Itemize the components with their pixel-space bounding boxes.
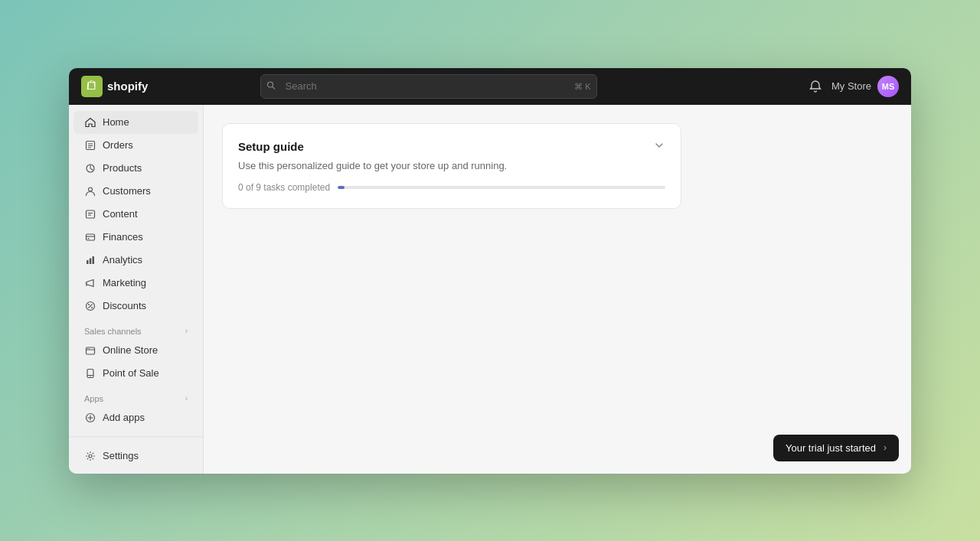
customers-icon bbox=[84, 185, 96, 197]
setup-guide-title: Setup guide bbox=[238, 140, 304, 153]
svg-rect-12 bbox=[87, 234, 95, 240]
trial-banner-text: Your trial just started bbox=[786, 442, 876, 454]
search-shortcut: ⌘ K bbox=[574, 81, 590, 91]
sales-channels-label: Sales channels bbox=[84, 327, 142, 336]
sidebar-item-content-label: Content bbox=[103, 208, 138, 220]
shopify-bag-icon bbox=[81, 76, 103, 97]
sidebar-item-settings[interactable]: Settings bbox=[74, 445, 198, 468]
sidebar-item-online-store-label: Online Store bbox=[103, 344, 158, 356]
progress-fill bbox=[338, 186, 345, 189]
sales-channels-section[interactable]: Sales channels › bbox=[74, 318, 198, 339]
svg-rect-15 bbox=[87, 260, 89, 264]
search-icon bbox=[266, 80, 276, 92]
sidebar-item-add-apps[interactable]: Add apps bbox=[74, 406, 198, 429]
sidebar-bottom: Settings bbox=[69, 436, 203, 468]
svg-rect-16 bbox=[90, 258, 92, 264]
sales-channels-chevron-icon: › bbox=[185, 327, 188, 335]
finances-icon bbox=[84, 231, 96, 243]
orders-icon bbox=[84, 139, 96, 152]
main-layout: Home Orders bbox=[69, 105, 911, 474]
add-apps-icon bbox=[84, 412, 96, 424]
home-icon bbox=[84, 116, 96, 129]
svg-point-24 bbox=[87, 347, 88, 348]
logo-text: shopify bbox=[107, 80, 148, 93]
svg-point-8 bbox=[89, 187, 93, 191]
store-menu-button[interactable]: My Store MS bbox=[831, 76, 899, 97]
sidebar-item-analytics-label: Analytics bbox=[103, 254, 142, 266]
shopify-logo: shopify bbox=[81, 76, 148, 97]
svg-point-22 bbox=[91, 307, 93, 308]
svg-point-21 bbox=[88, 304, 90, 305]
svg-rect-14 bbox=[88, 238, 90, 240]
sidebar-item-customers-label: Customers bbox=[103, 185, 151, 197]
online-store-icon bbox=[84, 344, 96, 357]
sidebar-item-discounts-label: Discounts bbox=[103, 300, 146, 311]
svg-line-2 bbox=[272, 86, 274, 89]
svg-rect-17 bbox=[93, 256, 95, 264]
app-window: shopify ⌘ K My Store MS bbox=[69, 68, 911, 474]
search-input[interactable] bbox=[260, 74, 597, 99]
sidebar-item-online-store[interactable]: Online Store bbox=[74, 339, 198, 362]
notifications-button[interactable] bbox=[808, 80, 822, 93]
sidebar-item-orders-label: Orders bbox=[103, 139, 133, 151]
svg-point-32 bbox=[89, 455, 92, 458]
sidebar-item-pos[interactable]: Point of Sale bbox=[74, 362, 198, 385]
apps-chevron-icon: › bbox=[185, 394, 188, 402]
setup-guide-card: Setup guide Use this personalized guide … bbox=[222, 123, 681, 209]
sidebar-item-discounts[interactable]: Discounts bbox=[74, 295, 198, 318]
svg-rect-9 bbox=[87, 210, 95, 218]
setup-card-footer: 0 of 9 tasks completed bbox=[238, 182, 665, 193]
settings-icon bbox=[84, 450, 96, 462]
sidebar-item-marketing[interactable]: Marketing bbox=[74, 272, 198, 295]
trial-banner-chevron-icon: › bbox=[884, 442, 887, 453]
topbar-right: My Store MS bbox=[808, 76, 899, 97]
sidebar: Home Orders bbox=[69, 105, 204, 474]
sidebar-item-customers[interactable]: Customers bbox=[74, 180, 198, 203]
discounts-icon bbox=[84, 300, 96, 312]
products-icon bbox=[84, 162, 96, 174]
setup-card-header: Setup guide bbox=[238, 139, 665, 154]
sidebar-item-pos-label: Point of Sale bbox=[103, 367, 159, 379]
tasks-count: 0 of 9 tasks completed bbox=[238, 182, 330, 193]
svg-rect-0 bbox=[81, 76, 103, 97]
sidebar-item-orders[interactable]: Orders bbox=[74, 134, 198, 157]
content-icon bbox=[84, 208, 96, 220]
pos-icon bbox=[84, 367, 96, 380]
sidebar-item-settings-label: Settings bbox=[103, 450, 139, 461]
apps-label: Apps bbox=[84, 394, 103, 403]
store-name: My Store bbox=[831, 80, 871, 92]
trial-banner[interactable]: Your trial just started › bbox=[773, 435, 899, 461]
sidebar-item-finances-label: Finances bbox=[103, 231, 143, 243]
sidebar-item-products-label: Products bbox=[103, 162, 142, 174]
progress-bar bbox=[338, 186, 665, 189]
marketing-icon bbox=[84, 277, 96, 289]
sidebar-item-home[interactable]: Home bbox=[74, 111, 198, 134]
sidebar-item-marketing-label: Marketing bbox=[103, 277, 146, 288]
sidebar-item-content[interactable]: Content bbox=[74, 203, 198, 226]
svg-point-25 bbox=[89, 347, 90, 348]
apps-section[interactable]: Apps › bbox=[74, 385, 198, 406]
search-bar[interactable]: ⌘ K bbox=[260, 74, 597, 99]
sidebar-item-add-apps-label: Add apps bbox=[103, 412, 145, 423]
svg-point-28 bbox=[90, 376, 90, 376]
setup-guide-collapse-button[interactable] bbox=[653, 139, 665, 154]
avatar: MS bbox=[877, 76, 899, 97]
sidebar-item-products[interactable]: Products bbox=[74, 157, 198, 180]
sidebar-item-finances[interactable]: Finances bbox=[74, 226, 198, 249]
main-content: Setup guide Use this personalized guide … bbox=[204, 105, 911, 474]
topbar: shopify ⌘ K My Store MS bbox=[69, 68, 911, 105]
sidebar-item-home-label: Home bbox=[103, 116, 129, 128]
setup-guide-description: Use this personalized guide to get your … bbox=[238, 160, 665, 171]
sidebar-item-analytics[interactable]: Analytics bbox=[74, 249, 198, 272]
analytics-icon bbox=[84, 254, 96, 266]
